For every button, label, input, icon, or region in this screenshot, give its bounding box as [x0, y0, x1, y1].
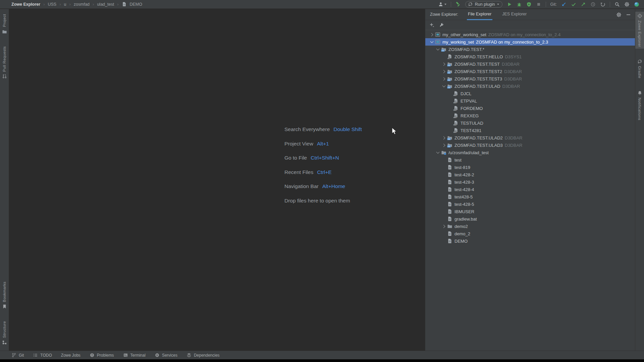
- panel-settings-button[interactable]: [616, 12, 622, 17]
- tab-jes-explorer[interactable]: JES Explorer: [501, 9, 528, 20]
- statusbar-item-problems[interactable]: Problems: [90, 353, 114, 358]
- tool-window-button-project[interactable]: Project: [0, 12, 9, 36]
- tree-row[interactable]: DSZOSMFAD.TEST.TEST2D3DBAR: [425, 68, 635, 75]
- push-button[interactable]: [581, 2, 586, 7]
- svg-text:DS: DS: [448, 79, 450, 81]
- tree-row[interactable]: MEMDJCL: [425, 90, 635, 97]
- tree-row[interactable]: MEMETPVAL: [425, 97, 635, 105]
- svg-text:DS: DS: [442, 50, 444, 52]
- shortcut-keys: Alt+1: [317, 141, 329, 147]
- tree-row[interactable]: test428-5: [425, 193, 635, 200]
- tree-row[interactable]: DSZOSMFAD.TEST.ULAD3D3DBAR: [425, 141, 635, 149]
- collapse-chevron-icon[interactable]: [435, 149, 441, 156]
- statusbar-item-terminal[interactable]: Terminal: [123, 353, 146, 358]
- tree-node-label: demo_2: [454, 231, 470, 236]
- tree-row[interactable]: test-819: [425, 164, 635, 171]
- breadcrumb-item[interactable]: USS: [48, 2, 56, 7]
- dataset-icon: DS: [447, 61, 452, 67]
- run-with-coverage-button[interactable]: [526, 2, 532, 7]
- member-icon: MEM: [453, 106, 459, 111]
- debug-button[interactable]: [517, 2, 522, 7]
- tree-row[interactable]: MEMTESTULAD: [425, 119, 635, 127]
- rail-button-label: Project: [2, 14, 6, 27]
- user-profile-button[interactable]: [438, 2, 446, 7]
- tree-row[interactable]: test: [425, 156, 635, 164]
- statusbar-item-zowe-jobs[interactable]: Zowe Jobs: [61, 353, 80, 358]
- tree-row[interactable]: test-428-3: [425, 178, 635, 186]
- tree-row[interactable]: test-428-5: [425, 200, 635, 208]
- tree-row[interactable]: /u/zosmfad/ulad_test: [425, 149, 635, 156]
- expand-chevron-icon[interactable]: [441, 60, 447, 68]
- tab-file-explorer[interactable]: File Explorer: [467, 9, 492, 20]
- add-button[interactable]: [429, 22, 435, 28]
- statusbar-item-todo[interactable]: TODO: [33, 353, 52, 358]
- hide-panel-button[interactable]: [627, 14, 630, 15]
- tool-window-button-zowe-explorer[interactable]: ZZowe Explorer: [635, 12, 644, 49]
- breadcrumb-item[interactable]: Zowe Explorer: [11, 2, 40, 7]
- tree-row[interactable]: MEMTEST4281: [425, 127, 635, 134]
- uss-folder-icon: [441, 150, 446, 155]
- breadcrumb-item[interactable]: ulad_test: [97, 2, 114, 7]
- tree-row[interactable]: MEMREXXEG: [425, 112, 635, 119]
- tool-window-button-notifications[interactable]: Notifications: [635, 89, 644, 122]
- breadcrumb-item[interactable]: u: [64, 2, 66, 7]
- expand-chevron-icon[interactable]: [441, 134, 447, 141]
- run-configuration-select[interactable]: Run plugin: [465, 1, 502, 8]
- tree-node-suffix: D3DBAR: [504, 69, 522, 74]
- tree-row[interactable]: MEMFORDEMO: [425, 105, 635, 112]
- tree-row[interactable]: test-428-4: [425, 186, 635, 193]
- rollback-button[interactable]: [600, 2, 605, 7]
- search-everywhere-button[interactable]: [614, 2, 620, 7]
- tree-row[interactable]: DSZOSMFAD.TEST.TEST3D3DBAR: [425, 75, 635, 82]
- rail-button-label: Bookmarks: [2, 282, 6, 302]
- tree-row[interactable]: PSZOSMFAD.TEST.HELLOD3SYS1: [425, 53, 635, 60]
- tool-window-button-bookmarks[interactable]: Bookmarks: [0, 280, 9, 311]
- terminal-icon: [123, 353, 128, 358]
- tree-row[interactable]: demo_2: [425, 230, 635, 237]
- rail-button-label: Zowe Explorer: [638, 20, 642, 47]
- tree-node-label: TESTULAD: [461, 121, 483, 126]
- tree-row[interactable]: test-428-2: [425, 171, 635, 178]
- ide-status-button[interactable]: [634, 2, 639, 7]
- history-button[interactable]: [590, 2, 596, 7]
- tree-row[interactable]: my_working_setZOSMFAD on my_connection_t…: [425, 38, 635, 46]
- tools-button[interactable]: [439, 22, 444, 28]
- tree-node-label: my_other_working_set: [442, 32, 486, 37]
- tree-row[interactable]: DEMO: [425, 237, 635, 245]
- tree-row[interactable]: my_other_working_setZOSMFAD on my_connec…: [425, 31, 635, 38]
- expand-chevron-icon[interactable]: [441, 223, 447, 230]
- member-icon: MEM: [453, 128, 459, 133]
- expand-chevron-icon[interactable]: [441, 75, 447, 82]
- tree-row[interactable]: demo2: [425, 223, 635, 230]
- tool-window-button-pull-requests[interactable]: Pull Requests: [0, 45, 9, 80]
- tree-row[interactable]: DSZOSMFAD.TEST.TESTD3DBAR: [425, 60, 635, 68]
- collapse-chevron-icon[interactable]: [435, 46, 441, 53]
- update-project-button[interactable]: [561, 2, 567, 7]
- commit-button[interactable]: [571, 2, 576, 7]
- breadcrumb-item[interactable]: zosmfad: [74, 2, 90, 7]
- settings-button[interactable]: [624, 2, 630, 7]
- collapse-chevron-icon[interactable]: [441, 82, 447, 90]
- tree-row[interactable]: DSZOSMFAD.TEST.ULADD3DBAR: [425, 82, 635, 90]
- svg-text:DS: DS: [448, 64, 450, 66]
- tree-row[interactable]: DSZOSMFAD.TEST.ULAD2D3DBAR: [425, 134, 635, 141]
- main-toolbar: Run plugin Git:: [438, 1, 639, 8]
- tree-row[interactable]: gradlew.bat: [425, 215, 635, 223]
- tool-window-button-gradle[interactable]: Gradle: [635, 57, 644, 80]
- expand-chevron-icon[interactable]: [441, 141, 447, 149]
- statusbar-item-services[interactable]: Services: [155, 353, 177, 358]
- build-project-button[interactable]: [455, 2, 461, 7]
- tree-row[interactable]: DSZOSMFAD.TEST.*: [425, 46, 635, 53]
- breadcrumb-separator: ›: [43, 2, 45, 7]
- collapse-chevron-icon[interactable]: [429, 38, 435, 46]
- tool-window-button-structure[interactable]: Structure: [0, 319, 9, 347]
- statusbar-item-git[interactable]: Git: [11, 353, 24, 358]
- stop-button[interactable]: [536, 2, 541, 7]
- tree-row[interactable]: IBMUSER: [425, 208, 635, 215]
- expand-chevron-icon[interactable]: [429, 31, 435, 38]
- tree-node-label: ZOSMFAD.TEST.ULAD3: [454, 143, 503, 148]
- expand-chevron-icon[interactable]: [441, 68, 447, 75]
- run-button[interactable]: [507, 2, 512, 7]
- statusbar-item-dependencies[interactable]: Dependencies: [186, 353, 220, 358]
- breadcrumb-item[interactable]: DEMO: [130, 2, 143, 7]
